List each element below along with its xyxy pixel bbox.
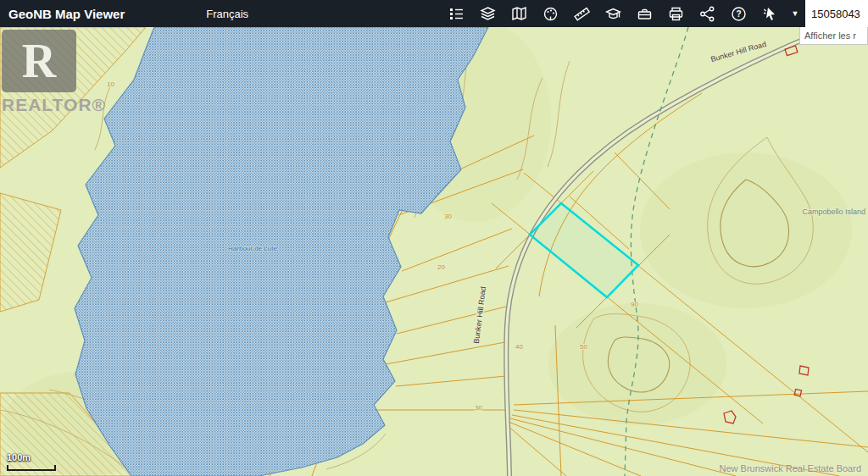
toolbar: ? [448,5,778,22]
map-canvas[interactable]: 10 30 20 40 50 90 30 Bunker Hill Road Bu… [0,27,868,476]
graduation-cap-icon[interactable] [604,5,621,22]
contour-label: 10 [107,80,114,88]
app-title: GeoNB Map Viewer [0,7,125,21]
language-link[interactable]: Français [206,8,248,20]
contour-label: 30 [444,213,452,220]
search-dropdown-arrow-icon[interactable]: ▼ [785,0,805,27]
layers-icon[interactable] [479,5,496,22]
contour-label: 90 [631,301,638,308]
realtor-logo: R [2,30,76,92]
contour-label: 20 [437,263,445,271]
top-bar: GeoNB Map Viewer Français [0,0,868,27]
basemap-icon[interactable] [510,5,527,22]
parcel-search [805,0,868,27]
help-glyph: ? [736,9,741,19]
parcel-search-input[interactable] [805,0,868,27]
toolbox-icon[interactable] [636,5,653,22]
contour-label: 40 [515,343,523,351]
scale-label: 100m [7,452,31,462]
share-icon[interactable] [698,5,715,22]
realtor-watermark: R REALTOR® [2,30,106,115]
scale-bar: 100m [7,449,56,471]
draw-icon[interactable] [542,5,559,22]
realtor-logo-letter: R [22,37,56,85]
search-suggestion-item[interactable]: Afficher les r [799,27,868,45]
contour-label: 50 [580,343,587,351]
legend-list-icon[interactable] [448,5,465,22]
printer-icon[interactable] [667,5,684,22]
map-attribution: New Brunswick Real Estate Board [719,463,861,473]
contour-label: 30 [475,404,482,412]
island-label: Campobello Island [802,208,865,216]
help-icon[interactable]: ? [730,5,747,22]
basemap-svg: 10 30 20 40 50 90 30 Bunker Hill Road Bu… [0,27,868,476]
realtor-wordmark: REALTOR® [2,95,106,115]
geonb-map-viewer: GeoNB Map Viewer Français [0,0,868,476]
water-label: Harbour de Lute [228,245,277,252]
measure-icon[interactable] [573,5,590,22]
identify-pointer-icon[interactable] [761,5,778,22]
scale-line [7,465,56,471]
